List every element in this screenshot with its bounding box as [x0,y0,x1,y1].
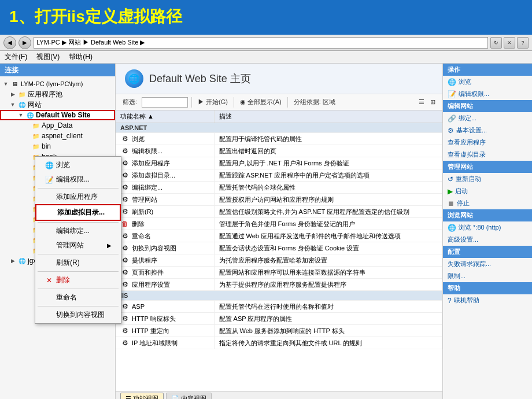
tree-node-sites[interactable]: ▼ 🌐 网站 [0,99,115,110]
toolbar-all[interactable]: ◉ 全部显示(A) [238,97,284,108]
table-row[interactable]: ⚙编辑权限... 配置出错时返回的页 [116,145,442,157]
action-view-apps[interactable]: 查看应用程序 [443,136,532,149]
table-row[interactable]: ⚙HTTP 响应标头 配置 ASP 应用程序的属性 [116,313,442,325]
help-icon: ? [448,297,452,305]
action-browse-80[interactable]: 🌐 浏览 *:80 (http) [443,221,532,234]
tree-label-sites: 网站 [28,100,42,110]
refresh-icon[interactable]: ↻ [490,37,502,49]
toolbar-group[interactable]: 分组依据: 区域 [291,97,338,108]
action-start[interactable]: ▶ 启动 [443,185,532,197]
basic-settings-icon: ⚙ [448,127,454,135]
tree-node-bin[interactable]: ▶ 📁 bin [0,141,115,152]
desc-cell: 配置用户,以用于 .NET 用户和 Forms 身份验证 [214,157,442,169]
ctx-rename[interactable]: 重命名 [35,290,121,305]
toolbar-start[interactable]: ▶ 开始(G) [195,97,230,108]
table-row[interactable]: ⚙管理网站 配置授权用户访问网站和应用程序的规则 [116,194,442,206]
table-row[interactable]: ⚙切换到内容视图 配置会话状态设置和 Forms 身份验证 Cookie 设置 [116,242,442,254]
content-view-button[interactable]: 📄 内容视图 [166,393,212,399]
table-row[interactable]: ⚙ASP 配置托管代码在运行时使用的名称和值对 [116,301,442,313]
status-bar: ☰ 功能视图 📄 内容视图 [116,391,442,399]
tree-node-aspnet[interactable]: ▶ 📁 aspnet_client [0,131,115,141]
table-row[interactable]: ⚙提供程序 为托管应用程序服务配置哈希加密设置 [116,254,442,267]
feature-cell: 🗑删除 [116,218,214,230]
col-feature-name[interactable]: 功能名称 ▲ [116,110,214,123]
expand-apppool[interactable]: ▶ [9,91,16,98]
action-stop[interactable]: ⏹ 停止 [443,197,532,209]
tree-node-defaultsite[interactable]: ▼ 🌐 Default Web Site [0,110,115,120]
expand-defaultsite[interactable]: ▼ [17,112,24,119]
desc-cell: 配置托管代码的全球化属性 [214,182,442,194]
computer-icon: 🖥 [10,79,20,88]
table-row[interactable]: ⚙刷新(R) 配置信任级别策略文件,并为 ASP.NET 应用程序配置选定的信任… [116,206,442,218]
ctx-add-vdir[interactable]: 添加虚拟目录... [35,204,121,221]
address-field[interactable]: LYM-PC ▶ 网站 ▶ Default Web Site ▶ [34,37,488,49]
action-bindings[interactable]: 🔗 绑定... [443,112,532,124]
ctx-refresh[interactable]: 刷新(R) [35,256,121,270]
menu-view[interactable]: 视图(V) [36,52,60,62]
action-online-help[interactable]: ? 联机帮助 [443,294,532,306]
desc-cell: 配置授权用户访问网站和应用程序的规则 [214,194,442,206]
expand-sites[interactable]: ▼ [9,101,16,108]
feature-view-button[interactable]: ☰ 功能视图 [120,393,164,399]
table-row[interactable]: ⚙页面和控件 配置网站和应用程序可以用来连接至数据源的字符串 [116,267,442,279]
ctx-sep5 [38,289,119,289]
toolbar-sep1 [191,97,192,108]
table-row[interactable]: ⚙浏览 配置用于编译托管代码的属性 [116,133,442,145]
desc-cell: 配置用于编译托管代码的属性 [214,133,442,145]
tree-node-apppool[interactable]: ▶ 📁 应用程序池 [0,89,115,99]
table-row[interactable]: ⚙添加应用程序 配置用户,以用于 .NET 用户和 Forms 身份验证 [116,157,442,169]
title-text: 1、打开iis定义虚拟路径 [9,6,182,28]
action-fail-trace[interactable]: 失败请求跟踪... [443,258,532,270]
ctx-sep1 [38,188,119,189]
ctx-add-app[interactable]: 添加应用程序 [35,190,121,204]
toolbar-icon-view[interactable]: ⊞ [428,97,438,107]
ctx-browse[interactable]: 🌐 浏览 [35,158,121,172]
ctx-edit-bindings[interactable]: 编辑绑定... [35,224,121,238]
filter-input[interactable] [142,97,188,108]
table-row[interactable]: ⚙HTTP 重定向 配置从 Web 服务器添加到响应的 HTTP 标头 [116,325,442,337]
actions-manage-site-title: 管理网站 [443,161,532,173]
content-header: 🌐 Default Web Site 主页 [116,64,442,94]
desc-cell: 配置网站和应用程序可以用来连接至数据源的字符串 [214,267,442,279]
tree-node-root[interactable]: ▼ 🖥 LYM-PC (lym-PC\lym) [0,79,115,89]
desc-cell: 指定将传入的请求重定向到其他文件或 URL 的规则 [214,337,442,349]
table-row[interactable]: ⚙添加虚拟目录... 配置跟踪 ASP.NET 应用程序中的用户定省选项的选项 [116,169,442,182]
ctx-edit-permissions[interactable]: 📝 编辑权限... [35,172,121,187]
stop-icon[interactable]: ✕ [504,37,515,49]
back-button[interactable]: ◀ [3,36,16,49]
table-row[interactable]: ⚙IP 地址和域限制 指定将传入的请求重定向到其他文件或 URL 的规则 [116,337,442,349]
expand-root[interactable]: ▼ [2,80,9,87]
action-view-vdirs[interactable]: 查看虚拟目录 [443,149,532,161]
menu-help[interactable]: 帮助(H) [69,52,93,62]
tree-label-aspnet: aspnet_client [42,132,83,140]
tree-node-appdata[interactable]: ▶ 📁 App_Data [0,120,115,131]
action-browse[interactable]: 🌐 浏览 [443,76,532,88]
search-icon[interactable]: ? [517,37,529,49]
menu-file[interactable]: 文件(F) [5,52,27,62]
ctx-manage-site[interactable]: 管理网站 ▶ [35,238,121,253]
desc-cell: 配置会话状态设置和 Forms 身份验证 Cookie 设置 [214,242,442,254]
address-bar: ◀ ▶ LYM-PC ▶ 网站 ▶ Default Web Site ▶ ↻ ✕… [0,35,532,51]
tree-label-appdata: App_Data [42,121,72,130]
feature-area[interactable]: 功能名称 ▲ 描述 ASP.NET ⚙浏览 配置用于编译托管代码的属性 ⚙编辑权… [116,110,442,391]
table-row[interactable]: ⚙重命名 配置通过 Web 应用程序发送电子邮件的电子邮件地址和传送选项 [116,230,442,242]
toolbar-list-view[interactable]: ☰ [416,97,427,107]
col-description[interactable]: 描述 [214,110,442,123]
action-limits[interactable]: 限制... [443,270,532,282]
action-restart[interactable]: ↺ 重新启动 [443,173,532,185]
toolbar-sep3 [287,97,288,108]
table-row[interactable]: ⚙应用程序设置 为基于提供程序的应用程序服务配置提供程序 [116,279,442,291]
ctx-switch-content-view[interactable]: 切换到内容视图 [35,308,121,322]
content-title: Default Web Site 主页 [149,72,251,86]
table-row[interactable]: 🗑删除 管理层于角色并使用 Forms 身份验证登记的用户 [116,218,442,230]
tree-label-defaultsite: Default Web Site [36,111,90,119]
action-basic-settings[interactable]: ⚙ 基本设置... [443,124,532,136]
action-edit-permissions[interactable]: 📝 编辑权限... [443,88,532,100]
action-advanced-settings[interactable]: 高级设置... [443,234,532,246]
forward-button[interactable]: ▶ [19,36,31,49]
context-menu: 🌐 浏览 📝 编辑权限... 添加应用程序 添加虚拟目录... 编辑绑定... … [35,156,121,324]
desc-cell: 配置 ASP 应用程序的属性 [214,313,442,325]
table-row[interactable]: ⚙编辑绑定... 配置托管代码的全球化属性 [116,182,442,194]
toolbar-sep2 [234,97,234,108]
ctx-delete[interactable]: ✕ 删除 [35,273,121,287]
